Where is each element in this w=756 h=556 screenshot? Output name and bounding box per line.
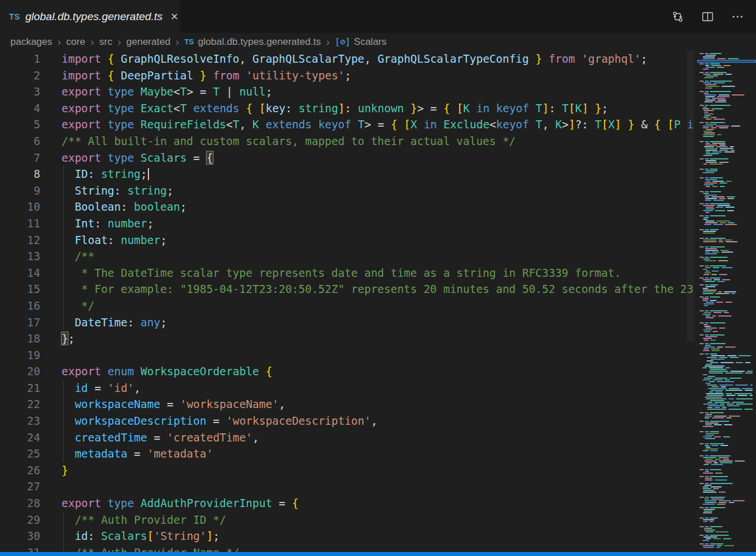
code-line-6[interactable]: /** All built-in and custom scalars, map…: [62, 133, 695, 150]
line-number-16[interactable]: 16: [0, 298, 40, 314]
text-cursor: [148, 168, 149, 180]
code-line-22[interactable]: workspaceName = 'workspaceName',: [62, 396, 695, 413]
code-line-21[interactable]: id = 'id',: [62, 380, 695, 397]
line-number-28[interactable]: 28: [0, 495, 40, 512]
line-number-8[interactable]: 8: [0, 166, 40, 182]
code-line-1[interactable]: import { GraphQLResolveInfo, GraphQLScal…: [62, 51, 695, 67]
indent-guide: [63, 396, 64, 413]
indent-guide: [63, 512, 64, 528]
line-number-19[interactable]: 19: [0, 347, 40, 364]
indent-guide: [63, 248, 64, 265]
code-line-11[interactable]: Int: number;: [62, 215, 695, 232]
breadcrumb-item-scalars[interactable]: [⊘]Scalars: [335, 36, 387, 48]
indent-guide: [63, 413, 64, 429]
editor-scrollbar[interactable]: [687, 51, 694, 341]
line-number-11[interactable]: 11: [0, 215, 40, 232]
line-number-29[interactable]: 29: [0, 512, 40, 528]
line-number-13[interactable]: 13: [0, 248, 40, 265]
close-icon[interactable]: ×: [171, 10, 178, 23]
breadcrumb-item-generated[interactable]: generated: [127, 36, 171, 48]
code-line-25[interactable]: metadata = 'metadata': [62, 445, 695, 462]
code-line-7[interactable]: export type Scalars = {: [62, 150, 695, 166]
indent-guide: [63, 298, 64, 314]
line-number-10[interactable]: 10: [0, 199, 40, 215]
indent-guide: [63, 544, 64, 552]
split-editor-icon[interactable]: [701, 10, 715, 24]
code-line-4[interactable]: export type Exact<T extends { [key: stri…: [62, 100, 695, 117]
line-number-3[interactable]: 3: [0, 83, 40, 100]
chevron-right-icon: ›: [175, 37, 179, 47]
code-line-8[interactable]: ID: string;: [62, 166, 695, 182]
code-line-12[interactable]: Float: number;: [62, 232, 695, 249]
line-number-22[interactable]: 22: [0, 396, 40, 413]
line-number-15[interactable]: 15: [0, 281, 40, 298]
open-changes-icon[interactable]: [671, 10, 685, 24]
line-number-18[interactable]: 18: [0, 330, 40, 347]
code-line-20[interactable]: export enum WorkspaceOrderable {: [62, 363, 695, 380]
line-number-26[interactable]: 26: [0, 462, 40, 479]
code-area[interactable]: import { GraphQLResolveInfo, GraphQLScal…: [62, 51, 695, 552]
tab-global-db-types-generated-ts[interactable]: TS global.db.types.generated.ts ×: [0, 0, 180, 33]
tab-title: global.db.types.generated.ts: [25, 10, 163, 23]
chevron-right-icon: ›: [58, 37, 61, 47]
line-number-17[interactable]: 17: [0, 314, 40, 331]
line-number-5[interactable]: 5: [0, 116, 40, 133]
code-line-10[interactable]: Boolean: boolean;: [62, 199, 695, 215]
breadcrumb: packages›core›src›generated›TSglobal.db.…: [0, 33, 756, 51]
typescript-file-icon: TS: [9, 12, 20, 21]
code-line-2[interactable]: import { DeepPartial } from 'utility-typ…: [62, 67, 695, 84]
code-line-5[interactable]: export type RequireFields<T, K extends k…: [62, 116, 695, 133]
code-line-28[interactable]: export type AddAuthProviderInput = {: [62, 495, 695, 512]
breadcrumb-item-core[interactable]: core: [66, 36, 85, 48]
line-number-6[interactable]: 6: [0, 133, 40, 150]
breadcrumb-item-src[interactable]: src: [100, 36, 113, 48]
code-line-17[interactable]: DateTime: any;: [62, 314, 695, 331]
code-line-18[interactable]: };: [62, 330, 695, 347]
code-line-19[interactable]: [62, 347, 695, 364]
indent-guide: [63, 281, 64, 298]
line-number-1[interactable]: 1: [0, 51, 40, 67]
breadcrumb-item-global-db-types-generated-ts[interactable]: TSglobal.db.types.generated.ts: [184, 36, 320, 48]
code-line-30[interactable]: id: Scalars['String'];: [62, 528, 695, 544]
code-line-29[interactable]: /** Auth Provider ID */: [62, 512, 695, 528]
breadcrumb-item-packages[interactable]: packages: [10, 36, 52, 48]
line-number-27[interactable]: 27: [0, 478, 40, 495]
more-actions-icon[interactable]: [731, 10, 744, 24]
minimap[interactable]: [697, 51, 756, 552]
code-line-13[interactable]: /**: [62, 248, 695, 265]
code-line-15[interactable]: * For example: "1985-04-12T23:20:50.52Z"…: [62, 281, 695, 298]
line-number-7[interactable]: 7: [0, 150, 40, 166]
line-number-12[interactable]: 12: [0, 232, 40, 249]
chevron-right-icon: ›: [90, 37, 94, 47]
line-number-20[interactable]: 20: [0, 363, 40, 380]
line-number-4[interactable]: 4: [0, 100, 40, 117]
editor-actions: [671, 0, 756, 33]
code-line-9[interactable]: String: string;: [62, 182, 695, 199]
line-number-24[interactable]: 24: [0, 429, 40, 446]
indent-guide: [63, 166, 64, 182]
line-number-2[interactable]: 2: [0, 67, 40, 84]
line-number-21[interactable]: 21: [0, 380, 40, 397]
indent-guide: [63, 429, 64, 446]
indent-guide: [63, 265, 64, 281]
code-line-24[interactable]: createdTime = 'createdTime',: [62, 429, 695, 446]
code-line-27[interactable]: [62, 478, 695, 495]
typescript-file-icon: TS: [184, 37, 194, 46]
line-number-9[interactable]: 9: [0, 182, 40, 199]
status-bar: [0, 552, 756, 556]
code-line-16[interactable]: */: [62, 298, 695, 314]
code-line-31[interactable]: /** Auth Provider Name */: [62, 544, 695, 552]
line-number-14[interactable]: 14: [0, 265, 40, 281]
code-line-26[interactable]: }: [62, 462, 695, 479]
code-line-3[interactable]: export type Maybe<T> = T | null;: [62, 83, 695, 100]
line-number-30[interactable]: 30: [0, 528, 40, 544]
vscode-window: TS global.db.types.generated.ts ×: [0, 0, 756, 51]
line-number-25[interactable]: 25: [0, 445, 40, 462]
code-line-23[interactable]: workspaceDescription = 'workspaceDescrip…: [62, 413, 695, 429]
indent-guide: [63, 199, 64, 215]
code-line-14[interactable]: * The DateTime scalar type represents da…: [62, 265, 695, 281]
indent-guide: [63, 380, 64, 397]
line-number-23[interactable]: 23: [0, 413, 40, 429]
line-number-31[interactable]: 31: [0, 544, 40, 552]
tab-bar: TS global.db.types.generated.ts ×: [0, 0, 756, 33]
